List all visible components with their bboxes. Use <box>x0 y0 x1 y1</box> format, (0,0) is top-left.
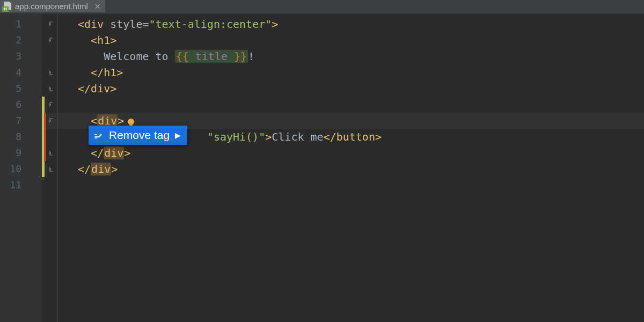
code-line: <h1> <box>78 32 644 48</box>
code-line: <div class="content"> <box>78 97 644 113</box>
line-number: 1 <box>0 16 42 32</box>
code-line: </div> <box>78 80 644 97</box>
code-line: </h1> <box>78 64 644 80</box>
html-file-icon: H <box>2 2 12 11</box>
close-tab-icon[interactable]: ✕ <box>94 2 101 11</box>
line-number: 5 <box>0 80 42 97</box>
line-gutter: 1 2 3 4 5 6 7 8 9 10 11 <box>0 14 42 322</box>
fold-toggle-icon[interactable] <box>47 80 55 97</box>
intention-label: Remove tag <box>109 129 170 142</box>
fold-toggle-icon[interactable] <box>47 64 55 80</box>
fold-column <box>47 14 55 177</box>
error-stripe <box>44 113 46 161</box>
fold-toggle-icon[interactable] <box>47 32 55 48</box>
code-editor[interactable]: 1 2 3 4 5 6 7 8 9 10 11 <div style="text… <box>0 14 644 322</box>
code-line: Welcome to {{ title }}! <box>78 48 644 64</box>
tab-bar: H app.component.html ✕ <box>0 0 644 14</box>
fold-toggle-icon[interactable] <box>47 97 55 113</box>
line-number: 4 <box>0 64 42 80</box>
intention-popup[interactable]: Remove tag ▶ <box>89 126 187 145</box>
line-number: 9 <box>0 145 42 161</box>
line-number: 3 <box>0 48 42 64</box>
lightbulb-icon[interactable] <box>75 100 84 109</box>
line-number: 2 <box>0 32 42 48</box>
code-line: </div> <box>78 145 644 161</box>
code-line: </div> <box>78 161 644 177</box>
line-number: 8 <box>0 129 42 145</box>
line-number: 6 <box>0 97 42 113</box>
file-tab[interactable]: H app.component.html ✕ <box>0 0 105 13</box>
line-number: 11 <box>0 177 42 193</box>
code-line <box>78 177 644 193</box>
code-line: <div style="text-align:center"> <box>78 16 644 32</box>
fold-toggle-icon[interactable] <box>47 161 55 177</box>
code-area[interactable]: <div style="text-align:center"> <h1> Wel… <box>57 14 644 322</box>
fold-toggle-icon[interactable] <box>47 16 55 32</box>
line-number: 7 <box>0 113 42 129</box>
fold-toggle-icon[interactable] <box>47 113 55 129</box>
fold-toggle-icon[interactable] <box>47 145 55 161</box>
svg-point-0 <box>128 119 134 125</box>
line-number: 10 <box>0 161 42 177</box>
tab-filename: app.component.html <box>15 2 88 11</box>
submenu-arrow-icon: ▶ <box>175 131 181 140</box>
edit-icon <box>94 130 104 140</box>
